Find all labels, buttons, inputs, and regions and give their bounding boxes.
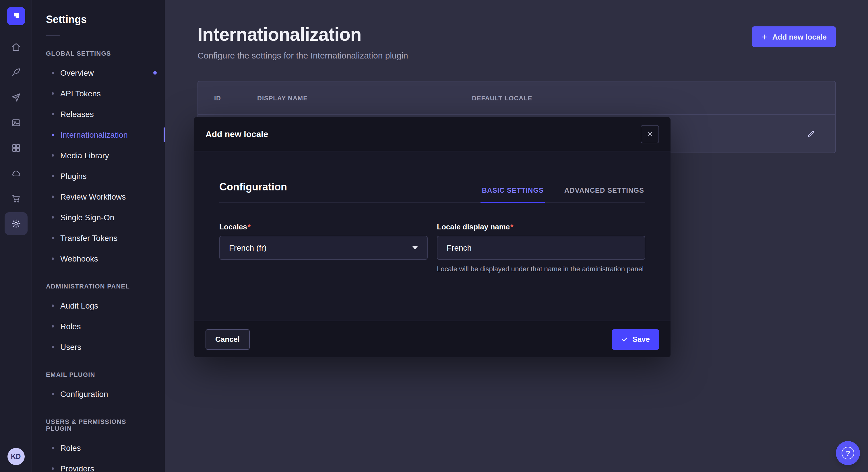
display-name-field: Locale display name* Locale will be disp…: [437, 223, 645, 274]
bullet-icon: [52, 467, 54, 470]
sidebar-item-label: Webhooks: [60, 254, 98, 263]
close-icon: [647, 131, 653, 137]
sidebar-item-label: API Tokens: [60, 89, 101, 98]
sidebar-item-users[interactable]: Users: [32, 337, 165, 357]
feather-pen-icon: [11, 67, 21, 77]
bullet-icon: [52, 92, 54, 95]
sidebar-item-label: Users: [60, 342, 81, 351]
bullet-icon: [52, 258, 54, 260]
save-button-label: Save: [632, 335, 650, 343]
sidebar-item-releases[interactable]: Releases: [32, 104, 165, 125]
modal-title: Add new locale: [206, 129, 268, 139]
bullet-icon: [52, 196, 54, 198]
locales-field-label: Locales*: [219, 223, 428, 231]
sidebar-item-review-workflows[interactable]: Review Workflows: [32, 187, 165, 207]
add-new-locale-modal: Add new locale Configuration BASIC SETTI…: [194, 117, 671, 357]
paper-plane-icon: [11, 92, 21, 103]
display-name-label-text: Locale display name: [437, 223, 510, 231]
modal-close-button[interactable]: [641, 125, 659, 143]
sidebar-item-label: Configuration: [60, 390, 108, 399]
grid-layout-icon: [11, 143, 21, 153]
modal-header: Add new locale: [194, 117, 671, 151]
bullet-icon: [52, 393, 54, 395]
sidebar-item-transfer-tokens[interactable]: Transfer Tokens: [32, 228, 165, 248]
modal-footer: Cancel Save: [194, 321, 671, 357]
rail-item-cloud[interactable]: [4, 162, 27, 185]
bullet-icon: [52, 325, 54, 328]
sidebar-item-email-configuration[interactable]: Configuration: [32, 384, 165, 404]
sidebar-item-single-sign-on[interactable]: Single Sign-On: [32, 207, 165, 228]
sidebar-item-label: Plugins: [60, 171, 87, 181]
tab-basic-settings[interactable]: BASIC SETTINGS: [481, 187, 545, 202]
tab-advanced-settings[interactable]: ADVANCED SETTINGS: [563, 187, 645, 202]
sidebar-item-audit-logs[interactable]: Audit Logs: [32, 295, 165, 316]
sidebar-item-plugins[interactable]: Plugins: [32, 166, 165, 187]
chevron-down-icon: [412, 246, 418, 249]
settings-sidebar: Settings GLOBAL SETTINGS Overview API To…: [32, 0, 165, 472]
rail-item-media-library[interactable]: [4, 111, 27, 134]
bullet-icon: [52, 447, 54, 449]
sidebar-item-label: Media Library: [60, 151, 109, 160]
sidebar-item-webhooks[interactable]: Webhooks: [32, 248, 165, 269]
sidebar-title: Settings: [32, 14, 165, 26]
modal-body: Configuration BASIC SETTINGS ADVANCED SE…: [194, 151, 671, 321]
locales-field: Locales* French (fr): [219, 223, 428, 274]
sidebar-item-up-roles[interactable]: Roles: [32, 438, 165, 458]
rail-item-releases[interactable]: [4, 86, 27, 109]
bullet-icon: [52, 72, 54, 74]
cloud-icon: [11, 168, 21, 178]
sidebar-item-label: Roles: [60, 443, 81, 452]
sidebar-item-providers[interactable]: Providers: [32, 458, 165, 472]
locale-form: Locales* French (fr) Locale display name…: [219, 223, 645, 274]
sidebar-item-api-tokens[interactable]: API Tokens: [32, 83, 165, 104]
strapi-logo[interactable]: [7, 7, 25, 25]
bullet-icon: [52, 237, 54, 239]
configuration-title: Configuration: [219, 181, 287, 202]
locales-select-value: French (fr): [229, 243, 267, 252]
gear-icon: [11, 218, 21, 229]
required-asterisk: *: [248, 223, 251, 231]
sidebar-item-admin-roles[interactable]: Roles: [32, 316, 165, 337]
user-avatar[interactable]: KD: [7, 448, 24, 465]
rail-item-content-manager[interactable]: [4, 61, 27, 84]
nav-section-users-permissions-plugin: USERS & PERMISSIONS PLUGIN: [32, 404, 165, 438]
home-icon: [11, 42, 21, 52]
app-window: KD Settings GLOBAL SETTINGS Overview API…: [0, 0, 868, 472]
nav-section-global-settings: GLOBAL SETTINGS: [32, 36, 165, 63]
nav-section-email-plugin: EMAIL PLUGIN: [32, 357, 165, 384]
sidebar-item-label: Audit Logs: [60, 301, 98, 310]
notification-dot-icon: [153, 71, 157, 74]
sidebar-item-label: Internationalization: [60, 130, 128, 139]
bullet-icon: [52, 134, 54, 136]
rail-item-settings[interactable]: [4, 212, 27, 235]
save-button[interactable]: Save: [612, 329, 659, 349]
check-icon: [621, 336, 628, 343]
media-library-icon: [11, 117, 21, 128]
sidebar-item-label: Review Workflows: [60, 192, 126, 201]
configuration-section-header: Configuration BASIC SETTINGS ADVANCED SE…: [219, 181, 645, 203]
strapi-logo-icon: [11, 11, 20, 21]
rail-item-content-type-builder[interactable]: [4, 136, 27, 160]
modal-tabs: BASIC SETTINGS ADVANCED SETTINGS: [481, 187, 645, 202]
active-item-indicator: [164, 127, 165, 142]
cancel-button[interactable]: Cancel: [206, 329, 249, 349]
sidebar-item-label: Transfer Tokens: [60, 233, 117, 243]
bullet-icon: [52, 113, 54, 115]
rail-item-marketplace[interactable]: [4, 187, 27, 210]
display-name-hint: Locale will be displayed under that name…: [437, 264, 645, 274]
bullet-icon: [52, 305, 54, 307]
sidebar-item-label: Overview: [60, 68, 94, 77]
sidebar-item-overview[interactable]: Overview: [32, 63, 165, 83]
display-name-input[interactable]: [437, 236, 645, 260]
rail-item-home[interactable]: [4, 36, 27, 59]
sidebar-item-internationalization[interactable]: Internationalization: [32, 125, 165, 145]
bullet-icon: [52, 216, 54, 218]
sidebar-item-label: Providers: [60, 464, 94, 472]
sidebar-item-label: Roles: [60, 322, 81, 331]
locales-select[interactable]: French (fr): [219, 236, 428, 260]
main-nav-rail: KD: [0, 0, 32, 472]
sidebar-item-label: Releases: [60, 109, 94, 119]
required-asterisk: *: [510, 223, 513, 231]
bullet-icon: [52, 346, 54, 348]
sidebar-item-media-library[interactable]: Media Library: [32, 145, 165, 166]
